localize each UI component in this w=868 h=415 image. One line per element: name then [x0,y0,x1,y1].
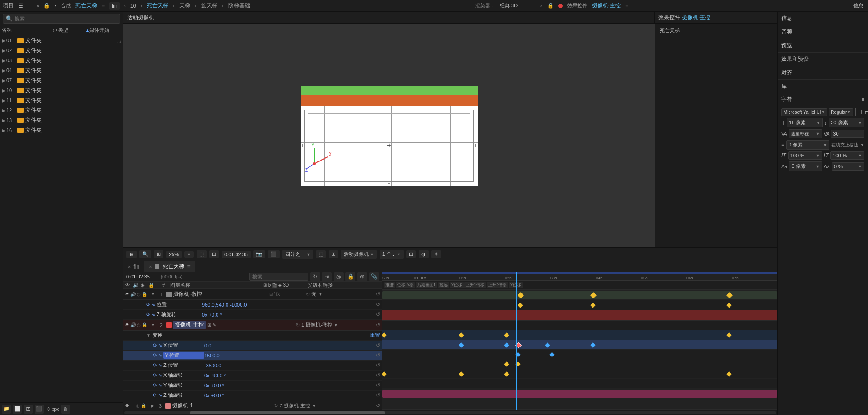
layer2-parent-label[interactable]: 1.摄像机-微控 [301,322,332,328]
baseline2-field[interactable]: 0 % ▼ [832,162,864,171]
kf-ypos-4[interactable] [590,342,595,347]
layer1-sw2[interactable]: * [274,292,276,297]
kf-xrot-1[interactable] [504,362,509,367]
tab-close-fin[interactable]: × [128,264,131,269]
timecode-display[interactable]: 0:01:02:35 [222,251,251,258]
project-search[interactable]: 🔍 [3,14,120,24]
layer2-solo[interactable]: ◎ [137,322,141,327]
new-footage-icon[interactable]: 🖼 [24,405,33,414]
quality-dropdown[interactable]: 四分之一 ▼ [282,250,313,259]
list-item[interactable]: ▶ 07 文件夹 [0,75,123,85]
comp1-menu-icon[interactable]: ≡ [102,3,105,9]
prop1-value[interactable]: 960.0,540.0,-1000.0 [202,302,376,308]
tl-icon-guide[interactable]: ⊕ [357,272,367,281]
prop2-value[interactable]: 0x +0.0 ° [202,312,376,317]
kf-xpos-1[interactable] [382,333,387,338]
zoom-dropdown[interactable]: ▼ [184,251,194,258]
camera-icon[interactable]: 📷 [253,250,265,258]
exposure-icon[interactable]: ☀ [431,250,441,258]
project-menu-icon[interactable]: ☰ [18,3,23,9]
kf-xpos-3[interactable] [504,333,509,338]
propyr-stopwatch[interactable]: ⟳ [153,382,157,388]
kf-pos-1[interactable] [518,303,523,308]
kf-pos-3[interactable] [726,303,731,308]
camera-select-dropdown[interactable]: 活动摄像机 ▼ [341,250,377,259]
tracking-field[interactable]: 30 [831,130,864,138]
list-item[interactable]: ▶ 13 文件夹 [0,115,123,125]
breadcrumb-item-2[interactable]: 天梯 [179,2,190,10]
list-item[interactable]: ▶ 03 文件夹 [0,55,123,65]
propxr-reset[interactable]: ↺ [376,372,380,378]
propz-graph[interactable]: ∿ [158,363,162,368]
view3d-icon[interactable]: ⊞ [329,250,338,258]
breadcrumb-item-1[interactable]: 死亡天梯 [147,2,168,10]
fill-stroke-arrow[interactable]: ▼ [860,143,864,147]
effect-title-comp[interactable]: 摄像机·主控 [682,14,710,21]
tl-icon-move[interactable]: ↻ [310,272,320,281]
propy-reset[interactable]: ↺ [376,352,380,358]
propz-stopwatch[interactable]: ⟳ [153,362,157,368]
transform-reset-btn[interactable]: 重置 [370,332,380,339]
char-panel-expand[interactable]: ≡ [862,97,864,102]
layer1-parent-reset[interactable]: ↻ [306,292,310,297]
timeline-playhead[interactable] [516,272,517,410]
aspect-icon[interactable]: ⬚ [197,250,207,258]
prop1-stopwatch[interactable]: ⟳ [146,302,150,308]
comp1-close[interactable]: × [36,3,39,9]
layer3-parent-label[interactable]: 2.摄像机-主控 [280,402,311,409]
kf-pos-2[interactable] [590,303,595,308]
layer2-audio[interactable]: 🔊 [130,322,136,327]
layer3-audio[interactable]: — [130,403,135,408]
indent-field[interactable]: 0 像素 ▼ [786,140,829,150]
layer-row-3[interactable]: 👁 — ◎ 🔒 ▶ 3 摄像机 1 ↻ [123,400,382,410]
timeline-scrollbar[interactable] [123,410,777,415]
renderer-value[interactable]: 经典 3D [500,2,518,9]
propy-value[interactable]: 1500.0 [204,353,376,358]
propz-value[interactable]: -3500.0 [204,363,376,368]
propzr-stopwatch[interactable]: ⟳ [153,392,157,398]
kerning-field[interactable]: 速量标在 ▼ [789,129,822,138]
layer1-audio[interactable]: 🔊 [130,292,136,297]
layer3-solo[interactable]: ◎ [136,403,140,408]
propyr-graph[interactable]: ∿ [158,383,162,388]
comp2-lock-icon[interactable]: 🔒 [547,3,554,9]
kf-zpos-2[interactable] [549,352,554,357]
kf-xpos-2[interactable] [459,333,464,338]
layer2-pencil[interactable]: ✎ [212,322,216,327]
magnifier-icon[interactable]: 🔍 [139,250,151,258]
tab-fin[interactable]: × fin [123,261,144,272]
bit-depth-label[interactable]: 8 bpc [47,406,59,412]
tab-close-dead[interactable]: × [149,264,152,269]
comp1-name[interactable]: 死亡天梯 [75,2,97,10]
panel-preview[interactable]: 预览 [778,39,868,53]
layer1-reset-icon[interactable]: ↺ [376,291,380,297]
list-item[interactable]: ▶ 16 文件夹 [0,125,123,135]
baseline-field[interactable]: 0 像素 ▼ [789,161,822,171]
list-item[interactable]: ▶ 10 文件夹 [0,85,123,95]
layer1-parent-label[interactable]: 无 [311,291,316,298]
tl-icon-solo[interactable]: ◎ [334,272,344,281]
layer1-parent-dropdown[interactable]: ▼ [318,292,322,297]
layer3-parent-dropdown[interactable]: ▼ [312,404,316,408]
kf-ypos-3[interactable] [545,342,550,347]
propx-reset[interactable]: ↺ [376,342,380,348]
kf-ypos-2[interactable] [504,342,509,347]
layer-row-2[interactable]: 👁 🔊 ◎ 🔒 ▼ 2 摄像机-主控 ⊞ ✎ [123,320,382,400]
panel-align[interactable]: 对齐 [778,66,868,80]
layer1-solo[interactable]: ◎ [137,292,141,297]
new-solid-icon[interactable]: ⬛ [35,405,44,414]
layer2-parent-dropdown[interactable]: ▼ [334,323,338,327]
timeline-time[interactable]: 0:01:02:35 [126,274,158,279]
comp2-menu-icon[interactable]: ≡ [625,3,628,9]
preview-canvas[interactable]: + [123,24,655,247]
propzr-reset[interactable]: ↺ [376,392,380,398]
propxr-graph[interactable]: ∿ [158,373,162,378]
font-style-dropdown[interactable]: Regular ▼ [829,108,853,116]
propy-graph[interactable]: ∿ [158,353,162,358]
breadcrumb-item-3[interactable]: 旋天梯 [201,2,217,10]
kf-yrot-3[interactable] [504,371,509,376]
propxr-stopwatch[interactable]: ⟳ [153,372,157,378]
list-item[interactable]: ▶ 04 文件夹 [0,65,123,75]
layer3-parent-reset[interactable]: ↻ [274,403,278,408]
layer-row-1[interactable]: 👁 🔊 ◎ 🔒 ▼ 1 摄像机-微控 ⊞ [123,289,382,320]
